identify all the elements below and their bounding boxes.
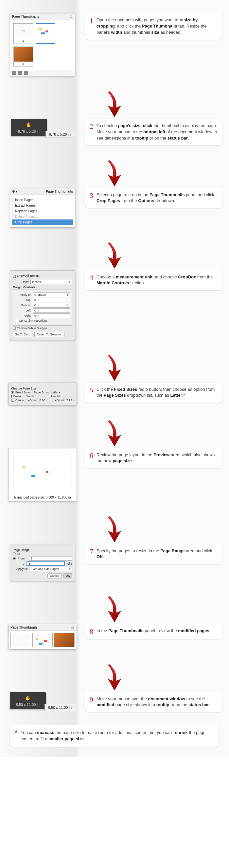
- status-bar-dark: ✋ 8.78 x 5.26 in: [11, 119, 47, 136]
- footnote-asterisk: *: [15, 730, 17, 742]
- custom-radio[interactable]: [11, 395, 12, 398]
- revert-to-selection-button[interactable]: Revert To Selection: [34, 332, 64, 337]
- tooltip-dimension-after: 8.50 x 11.00 in: [44, 704, 75, 711]
- page-sizes-select[interactable]: Letter▾: [51, 391, 74, 394]
- right-margin-input[interactable]: 0 in: [33, 313, 70, 318]
- step-6-instruction: 6 Review the page layout in the Preview …: [85, 448, 223, 468]
- down-arrow-icon: [103, 241, 126, 270]
- step-2-instruction: 2 To check a page's size, click the thum…: [85, 119, 223, 146]
- constrain-proportions-checkbox[interactable]: [15, 319, 18, 322]
- thumbnail-page-1[interactable]: ≡≡≡ 1: [13, 23, 33, 44]
- dimension-display: ✋ 8.78 x 5.26 in 8.78 x 5.26 in: [11, 119, 74, 136]
- arrow-connector: [6, 158, 223, 188]
- toolbar-icon[interactable]: [12, 71, 16, 75]
- xoffset-input[interactable]: 0.66 in: [39, 399, 53, 402]
- step-8-text: In the Page Thumbnails panel, review the…: [97, 628, 218, 635]
- range-from-input[interactable]: 2: [29, 556, 72, 561]
- page-thumbnails-panel: Page Thumbnails — ▢ ≡≡≡ 1 2 3: [10, 13, 75, 76]
- step-9-text: Move your mouse over the document window…: [97, 696, 218, 709]
- footnote-box: * You can increase the page size to make…: [10, 725, 219, 747]
- apply-to-pages-select[interactable]: Even and Odd Pages▾: [29, 567, 72, 571]
- top-margin-input[interactable]: 0 in: [33, 298, 70, 302]
- panel-title-text: Page Thumbnails: [12, 15, 39, 18]
- menu-item-insert-pages[interactable]: Insert Pages…: [12, 197, 73, 203]
- thumbnail-page-3[interactable]: 3: [13, 46, 33, 66]
- step-3: ⚙ Page Thumbnails Insert Pages… Extract …: [6, 188, 223, 228]
- step-9-instruction: 9 Move your mouse over the document wind…: [85, 692, 223, 712]
- thumbnail-page-1[interactable]: [10, 633, 31, 647]
- step-9-number: 9: [90, 696, 93, 709]
- center-checkbox[interactable]: ✓: [11, 399, 14, 402]
- thumbnail-page-2[interactable]: [32, 633, 53, 647]
- tooltip-dimension: 8.78 x 5.26 in: [45, 131, 74, 138]
- window-controls[interactable]: — ▢: [67, 626, 74, 629]
- preview-caption: Expanded page size: 8.500 x 11.000 in: [8, 494, 76, 501]
- step-7-text: Specify the pages to resize in the Page …: [97, 548, 218, 560]
- step-1: Page Thumbnails — ▢ ≡≡≡ 1 2 3: [6, 13, 223, 76]
- step-6-text: Review the page layout in the Preview ar…: [97, 452, 218, 464]
- apply-to-select[interactable]: CropBox▾: [33, 292, 70, 297]
- step-5: Change Page Size Fixed Sizes Page Sizes:…: [6, 382, 223, 405]
- ok-button[interactable]: OK: [63, 573, 73, 579]
- bottom-margin-input[interactable]: 0 in: [33, 303, 70, 308]
- range-to-input[interactable]: 3: [27, 561, 65, 566]
- gear-icon[interactable]: ⚙: [12, 190, 17, 193]
- step-3-text: Select a page to crop in the Page Thumbn…: [97, 192, 218, 205]
- down-arrow-icon: [103, 353, 126, 382]
- down-arrow-icon: [103, 418, 126, 448]
- page-range-dialog: Page Range All From: 2 To: 3 of 3 Apply …: [10, 544, 75, 581]
- step-2-number: 2: [90, 123, 93, 142]
- remove-white-margins-checkbox[interactable]: [13, 327, 16, 330]
- set-to-zero-button[interactable]: Set To Zero: [13, 332, 32, 337]
- dimension-display-after: ✋ 8.50 x 11.00 in 8.50 x 11.00 in: [10, 692, 75, 709]
- status-bar-dark: ✋ 8.50 x 11.00 in: [10, 692, 46, 709]
- change-page-size-dialog: Change Page Size Fixed Sizes Page Sizes:…: [8, 382, 77, 405]
- arrow-connector: [6, 515, 223, 544]
- left-margin-input[interactable]: 0 in: [33, 308, 70, 313]
- page-thumbnails-panel-horizontal: Page Thumbnails— ▢: [8, 624, 77, 650]
- step-3-number: 3: [90, 192, 93, 205]
- range-from-radio[interactable]: [13, 557, 16, 560]
- dimension-before: 8.78 x 5.26 in: [18, 129, 40, 133]
- menu-item-crop-pages[interactable]: Crop Pages…: [12, 219, 73, 225]
- footnote-text: You can increase the page size to make r…: [21, 730, 214, 742]
- arrow-connector: [6, 418, 223, 448]
- fixed-sizes-radio[interactable]: [11, 391, 14, 394]
- range-all-radio[interactable]: [13, 552, 16, 555]
- step-5-text: Click the Fixed Sizes radio button, then…: [97, 386, 218, 399]
- step-6: Expanded page size: 8.500 x 11.000 in 6 …: [6, 448, 223, 501]
- step-4: ✓Show All Boxes Units: Inches▾ Margin Co…: [6, 270, 223, 340]
- step-2-text: To check a page's size, click the thumbn…: [97, 123, 218, 142]
- thumbnail-page-3[interactable]: [54, 633, 74, 647]
- cancel-button[interactable]: Cancel: [47, 573, 61, 579]
- units-select[interactable]: Inches▾: [30, 280, 72, 284]
- down-arrow-icon: [103, 663, 126, 692]
- toolbar-icon[interactable]: [24, 71, 28, 75]
- down-arrow-icon: [103, 158, 126, 188]
- step-5-number: 5: [90, 386, 93, 399]
- step-1-number: 1: [90, 17, 93, 36]
- step-2: ✋ 8.78 x 5.26 in 8.78 x 5.26 in 2 To che…: [6, 119, 223, 146]
- arrow-connector: [6, 663, 223, 692]
- menu-item-replace-pages[interactable]: Replace Pages…: [12, 208, 73, 214]
- preview-area: Expanded page size: 8.500 x 11.000 in: [8, 448, 77, 501]
- menu-item-extract-pages[interactable]: Extract Pages…: [12, 203, 73, 208]
- crop-dialog-margin-controls: ✓Show All Boxes Units: Inches▾ Margin Co…: [10, 270, 75, 340]
- yoffset-input[interactable]: 2.79 in: [66, 399, 80, 402]
- arrow-connector: [6, 241, 223, 270]
- hand-cursor-icon: ✋: [25, 695, 30, 701]
- toolbar-icon[interactable]: [18, 71, 22, 75]
- step-9: ✋ 8.50 x 11.00 in 8.50 x 11.00 in 9 Move…: [6, 692, 223, 712]
- down-arrow-icon: [103, 515, 126, 544]
- arrow-connector: [6, 594, 223, 624]
- down-arrow-icon: [103, 594, 126, 624]
- hand-cursor-icon: ✋: [26, 122, 31, 127]
- arrow-connector: [6, 89, 223, 119]
- step-7-number: 7: [90, 548, 93, 560]
- page-thumbnails-options-panel: ⚙ Page Thumbnails Insert Pages… Extract …: [10, 188, 75, 228]
- preview-page-outline: [13, 453, 72, 489]
- window-controls[interactable]: — ▢: [65, 15, 73, 18]
- thumbnail-page-2[interactable]: 2: [36, 23, 55, 44]
- show-all-boxes-checkbox[interactable]: ✓: [13, 275, 16, 278]
- step-7-instruction: 7 Specify the pages to resize in the Pag…: [85, 544, 223, 564]
